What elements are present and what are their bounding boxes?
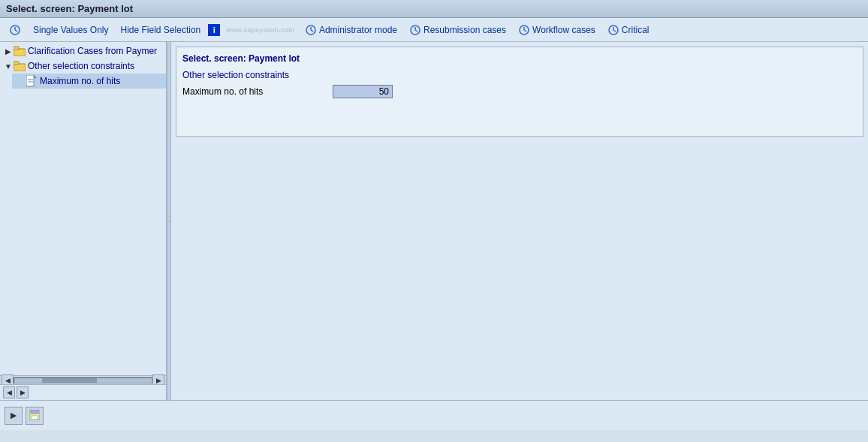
scroll-up-btn[interactable]: ◀ bbox=[3, 386, 15, 398]
action-buttons: ▶ bbox=[5, 407, 44, 425]
resubmission-clock-icon bbox=[409, 24, 421, 36]
right-panel: Select. screen: Payment lot Other select… bbox=[171, 42, 868, 400]
scroll-thumb bbox=[42, 378, 97, 383]
refresh-button[interactable] bbox=[5, 23, 26, 38]
workflow-label: Workflow cases bbox=[532, 25, 595, 35]
scroll-track[interactable] bbox=[14, 377, 152, 383]
resubmission-label: Resubmission cases bbox=[423, 25, 506, 35]
svg-line-11 bbox=[524, 30, 526, 32]
svg-rect-18 bbox=[14, 62, 19, 65]
admin-clock-icon bbox=[305, 24, 317, 36]
doc-icon-max-hits bbox=[26, 75, 38, 87]
svg-rect-24 bbox=[31, 410, 38, 413]
max-hits-field-label: Maximum no. of hits bbox=[182, 86, 333, 97]
admin-mode-button[interactable]: Administrator mode bbox=[300, 23, 402, 38]
svg-rect-25 bbox=[32, 416, 38, 419]
critical-button[interactable]: Critical bbox=[603, 23, 654, 38]
refresh-icon bbox=[9, 24, 21, 36]
execute-icon: ▶ bbox=[11, 410, 17, 420]
svg-line-14 bbox=[613, 30, 616, 32]
svg-line-2 bbox=[15, 30, 17, 32]
svg-line-8 bbox=[415, 30, 417, 32]
hide-field-selection-button[interactable]: Hide Field Selection bbox=[116, 23, 206, 37]
tree-item-max-hits[interactable]: Maximum no. of hits bbox=[12, 74, 166, 89]
critical-label: Critical bbox=[622, 25, 649, 35]
svg-rect-19 bbox=[26, 75, 34, 86]
sap-watermark: www.sapsystem.com bbox=[226, 26, 294, 34]
bottom-bar: ▶ bbox=[0, 400, 868, 430]
folder-icon-other bbox=[14, 60, 26, 72]
single-values-label: Single Values Only bbox=[33, 25, 109, 35]
left-panel-scrollbar[interactable]: ◀ ▶ bbox=[0, 375, 166, 384]
other-constraints-label: Other selection constraints bbox=[28, 61, 134, 71]
main-content: ▶ Clarification Cases from Paymer ▼ bbox=[0, 42, 868, 400]
max-hits-label: Maximum no. of hits bbox=[40, 76, 120, 86]
save-icon bbox=[29, 410, 40, 422]
tree-toggle-max bbox=[15, 76, 26, 86]
content-box-title: Select. screen: Payment lot bbox=[182, 53, 857, 64]
clarification-label: Clarification Cases from Paymer bbox=[28, 46, 157, 56]
toolbar: Single Values Only Hide Field Selection … bbox=[0, 18, 868, 42]
tree-toggle-other[interactable]: ▼ bbox=[3, 61, 14, 71]
tree-area: ▶ Clarification Cases from Paymer ▼ bbox=[0, 42, 166, 375]
workflow-button[interactable]: Workflow cases bbox=[514, 23, 600, 38]
execute-button[interactable]: ▶ bbox=[5, 407, 23, 425]
left-panel: ▶ Clarification Cases from Paymer ▼ bbox=[0, 42, 167, 400]
max-hits-input[interactable] bbox=[333, 85, 393, 98]
content-box: Select. screen: Payment lot Other select… bbox=[176, 47, 863, 137]
tree-item-clarification[interactable]: ▶ Clarification Cases from Paymer bbox=[0, 44, 166, 59]
scroll-down-btn[interactable]: ▶ bbox=[17, 386, 29, 398]
hide-field-label: Hide Field Selection bbox=[121, 25, 201, 35]
title-bar: Select. screen: Payment lot bbox=[0, 0, 868, 18]
svg-rect-16 bbox=[14, 47, 19, 50]
max-hits-row: Maximum no. of hits bbox=[182, 85, 857, 98]
workflow-clock-icon bbox=[518, 24, 530, 36]
window-title: Select. screen: Payment lot bbox=[6, 3, 133, 14]
tree-item-other-constraints[interactable]: ▼ Other selection constraints bbox=[0, 59, 166, 74]
save-button[interactable] bbox=[26, 407, 44, 425]
single-values-button[interactable]: Single Values Only bbox=[29, 23, 113, 37]
folder-icon-clarification bbox=[14, 45, 26, 57]
tree-toggle-clarification[interactable]: ▶ bbox=[3, 46, 14, 56]
admin-mode-label: Administrator mode bbox=[319, 25, 397, 35]
resubmission-button[interactable]: Resubmission cases bbox=[405, 23, 511, 38]
info-icon: i bbox=[208, 24, 220, 36]
svg-marker-20 bbox=[34, 75, 37, 78]
critical-clock-icon bbox=[607, 24, 619, 36]
section-header: Other selection constraints bbox=[182, 70, 857, 80]
svg-line-5 bbox=[311, 30, 313, 32]
